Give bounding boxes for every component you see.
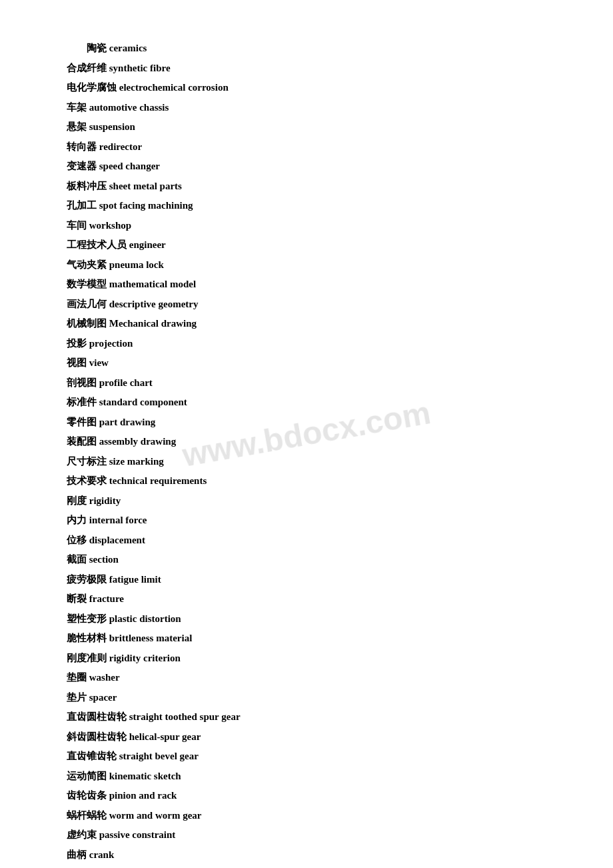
- term-item: 合成纤维 synthetic fibre: [67, 60, 560, 77]
- term-item: 齿轮齿条 pinion and rack: [67, 787, 560, 805]
- term-item: 车间 workshop: [67, 217, 560, 235]
- term-item: 技术要求 technical requirements: [67, 473, 560, 490]
- term-item: 内力 internal force: [67, 512, 560, 529]
- term-list: 陶瓷 ceramics合成纤维 synthetic fibre电化学腐蚀 ele…: [67, 40, 560, 868]
- term-item: 曲柄 crank: [67, 847, 560, 864]
- term-item: 直齿锥齿轮 straight bevel gear: [67, 748, 560, 765]
- term-item: 直齿圆柱齿轮 straight toothed spur gear: [67, 709, 560, 726]
- term-item: 塑性变形 plastic distortion: [67, 611, 560, 628]
- term-item: 转向器 redirector: [67, 139, 560, 156]
- term-item: 零件图 part drawing: [67, 414, 560, 431]
- term-item: 剖视图 profile chart: [67, 375, 560, 392]
- term-item: 断裂 fracture: [67, 591, 560, 608]
- term-item: 工程技术人员 engineer: [67, 237, 560, 254]
- term-item: 运动简图 kinematic sketch: [67, 768, 560, 785]
- term-item: 板料冲压 sheet metal parts: [67, 178, 560, 195]
- term-item: 垫片 spacer: [67, 689, 560, 707]
- term-item: 虚约束 passive constraint: [67, 827, 560, 844]
- term-item: 疲劳极限 fatigue limit: [67, 571, 560, 589]
- term-item: 悬架 suspension: [67, 119, 560, 136]
- term-item: 画法几何 descriptive geometry: [67, 296, 560, 313]
- term-item: 刚度准则 rigidity criterion: [67, 650, 560, 667]
- term-item: 变速器 speed changer: [67, 158, 560, 175]
- term-item: 投影 projection: [67, 335, 560, 353]
- term-item: 机械制图 Mechanical drawing: [67, 315, 560, 333]
- term-item: 电化学腐蚀 electrochemical corrosion: [67, 79, 560, 97]
- term-item: 数学模型 mathematical model: [67, 276, 560, 293]
- term-item: 装配图 assembly drawing: [67, 433, 560, 451]
- term-item: 视图 view: [67, 355, 560, 372]
- term-item: 标准件 standard component: [67, 394, 560, 411]
- term-item: 陶瓷 ceramics: [67, 40, 560, 57]
- term-item: 脆性材料 brittleness material: [67, 630, 560, 647]
- term-item: 尺寸标注 size marking: [67, 453, 560, 471]
- term-item: 车架 automotive chassis: [67, 99, 560, 117]
- term-item: 孔加工 spot facing machining: [67, 197, 560, 215]
- term-item: 蜗杆蜗轮 worm and worm gear: [67, 807, 560, 825]
- term-item: 气动夹紧 pneuma lock: [67, 257, 560, 274]
- term-item: 斜齿圆柱齿轮 helical-spur gear: [67, 729, 560, 746]
- term-item: 截面 section: [67, 551, 560, 569]
- term-item: 刚度 rigidity: [67, 493, 560, 510]
- term-item: 位移 displacement: [67, 532, 560, 549]
- term-item: 垫圈 washer: [67, 669, 560, 687]
